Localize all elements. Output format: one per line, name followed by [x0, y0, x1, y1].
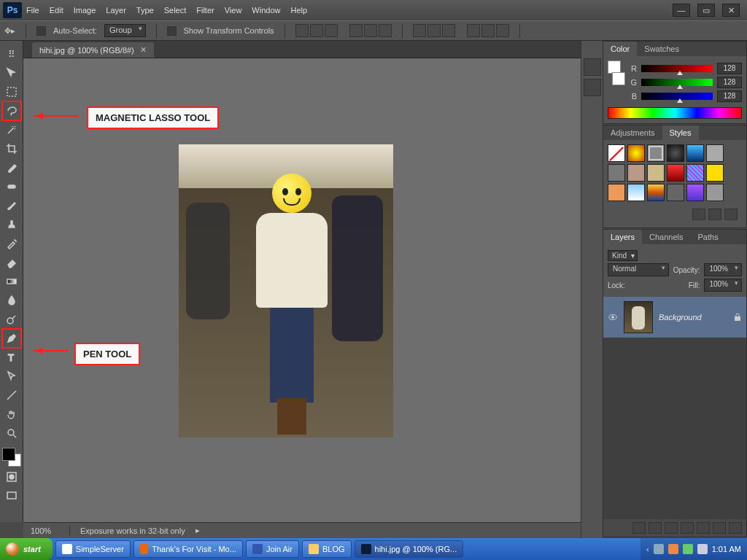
show-transform-checkbox[interactable] — [167, 26, 177, 36]
start-button[interactable]: start — [0, 538, 53, 560]
taskbar-item[interactable]: Join Air — [246, 540, 299, 558]
dist-hcenter-icon[interactable] — [481, 24, 495, 37]
taskbar-item[interactable]: SimpleServer — [55, 540, 131, 558]
taskbar-item-active[interactable]: hihi.jpg @ 100% (RG... — [355, 540, 464, 558]
tab-layers[interactable]: Layers — [603, 230, 642, 244]
align-vcenter-icon[interactable] — [310, 24, 323, 37]
canvas[interactable]: MAGNETIC LASSO TOOL PEN TOOL — [23, 58, 581, 522]
link-layers-icon[interactable] — [632, 522, 646, 534]
history-panel-icon[interactable] — [584, 58, 601, 76]
lock-trans-icon[interactable] — [630, 280, 640, 290]
lock-pixels-icon[interactable] — [644, 280, 654, 290]
styles-delete-icon[interactable] — [724, 209, 738, 220]
eyedropper-tool[interactable] — [3, 159, 20, 176]
new-group-icon[interactable] — [697, 522, 710, 534]
menu-select[interactable]: Select — [164, 6, 187, 15]
lock-pos-icon[interactable] — [659, 280, 669, 290]
tab-paths[interactable]: Paths — [691, 230, 726, 244]
pen-tool[interactable] — [3, 330, 20, 347]
layer-mask-icon[interactable] — [665, 522, 678, 534]
color-swatches[interactable] — [2, 448, 21, 467]
dist-vcenter-icon[interactable] — [427, 24, 441, 37]
menu-image[interactable]: Image — [74, 6, 96, 15]
fill-value[interactable]: 100% — [704, 279, 742, 292]
volume-icon[interactable] — [697, 544, 708, 554]
styles-new-icon[interactable] — [708, 209, 721, 220]
blur-tool[interactable] — [3, 292, 20, 309]
zoom-level[interactable]: 100% — [31, 526, 70, 535]
style-swatch[interactable] — [706, 184, 724, 201]
layer-fx-icon[interactable] — [649, 522, 662, 534]
tab-adjustments[interactable]: Adjustments — [603, 125, 662, 140]
style-swatch[interactable] — [647, 144, 665, 162]
b-slider[interactable] — [641, 93, 713, 100]
styles-clear-icon[interactable] — [692, 209, 705, 220]
eraser-tool[interactable] — [3, 254, 20, 271]
blend-mode-select[interactable]: Normal — [608, 263, 669, 276]
opacity-value[interactable]: 100% — [704, 263, 742, 276]
style-swatch[interactable] — [647, 184, 665, 201]
menu-help[interactable]: Help — [290, 6, 307, 15]
properties-panel-icon[interactable] — [584, 79, 601, 96]
dist-right-icon[interactable] — [496, 24, 509, 37]
layer-name[interactable]: Background — [659, 313, 702, 322]
tab-swatches[interactable]: Swatches — [637, 42, 686, 56]
maximize-button[interactable]: ▭ — [697, 4, 715, 17]
style-swatch[interactable] — [686, 184, 704, 201]
clone-stamp-tool[interactable] — [3, 216, 20, 233]
layer-row-background[interactable]: Background — [603, 297, 746, 338]
tab-styles[interactable]: Styles — [662, 125, 699, 140]
move-tool[interactable] — [3, 64, 20, 82]
style-swatch[interactable] — [627, 164, 645, 182]
healing-brush-tool[interactable] — [3, 178, 20, 195]
tray-expand-icon[interactable]: ‹ — [646, 545, 649, 553]
quick-mask-icon[interactable] — [3, 468, 20, 486]
history-brush-tool[interactable] — [3, 235, 20, 252]
marquee-tool[interactable] — [3, 83, 20, 101]
tray-icon[interactable] — [668, 544, 678, 554]
style-swatch[interactable] — [667, 144, 684, 162]
align-top-icon[interactable] — [295, 24, 309, 37]
align-bottom-icon[interactable] — [325, 24, 338, 37]
style-swatch[interactable] — [608, 144, 625, 162]
menu-window[interactable]: Window — [252, 6, 280, 15]
filter-adjust-icon[interactable] — [658, 249, 670, 261]
filter-shape-icon[interactable] — [690, 249, 702, 261]
taskbar-clock[interactable]: 1:01 AM — [712, 545, 741, 553]
dodge-tool[interactable] — [3, 311, 20, 328]
menu-filter[interactable]: Filter — [196, 6, 214, 15]
style-swatch[interactable] — [686, 164, 704, 182]
lock-all-icon[interactable] — [673, 280, 684, 290]
new-layer-icon[interactable] — [713, 522, 726, 534]
g-value[interactable]: 128 — [717, 77, 742, 88]
auto-select-scope[interactable]: Group — [104, 24, 146, 37]
taskbar-item[interactable]: Thank's For Visit - Mo... — [133, 540, 243, 558]
tab-color[interactable]: Color — [603, 42, 637, 56]
new-fill-adj-icon[interactable] — [681, 522, 694, 534]
r-value[interactable]: 128 — [717, 63, 742, 74]
tray-icon[interactable] — [683, 544, 693, 554]
spectrum-bar[interactable] — [608, 107, 742, 119]
dist-left-icon[interactable] — [467, 24, 480, 37]
layer-thumbnail[interactable] — [624, 301, 653, 333]
style-swatch[interactable] — [667, 164, 684, 182]
style-swatch[interactable] — [706, 144, 724, 162]
dist-top-icon[interactable] — [413, 24, 426, 37]
status-arrow-icon[interactable]: ▸ — [196, 526, 200, 535]
menu-type[interactable]: Type — [136, 6, 154, 15]
type-tool[interactable]: T — [3, 349, 20, 366]
gradient-tool[interactable] — [3, 273, 20, 290]
minimize-button[interactable]: ― — [673, 4, 690, 17]
path-selection-tool[interactable] — [3, 368, 20, 385]
screen-mode-icon[interactable] — [3, 487, 20, 505]
lasso-tool[interactable] — [3, 102, 20, 120]
filter-smart-icon[interactable] — [706, 249, 718, 261]
brush-tool[interactable] — [3, 197, 20, 214]
document-tab[interactable]: hihi.jpg @ 100% (RGB/8#) ✕ — [32, 42, 154, 58]
style-swatch[interactable] — [667, 184, 684, 201]
style-swatch[interactable] — [686, 144, 704, 162]
menu-view[interactable]: View — [225, 6, 242, 15]
menu-layer[interactable]: Layer — [106, 6, 126, 15]
g-slider[interactable] — [641, 79, 713, 86]
filter-pixel-icon[interactable] — [642, 249, 654, 261]
